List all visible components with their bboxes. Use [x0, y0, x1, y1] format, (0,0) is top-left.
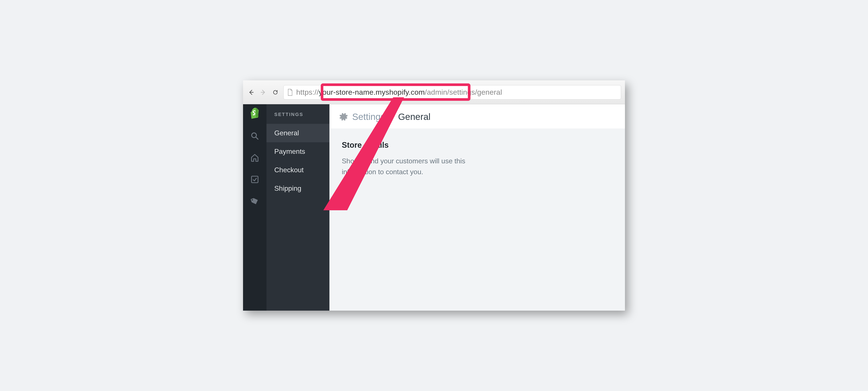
url-path: /admin/settings/general	[425, 88, 502, 96]
search-icon[interactable]	[250, 131, 260, 141]
page-header: Settings / General	[330, 104, 625, 129]
main-panel: Settings / General Store details Shopify…	[330, 104, 625, 311]
browser-toolbar: https://your-store-name.myshopify.com/ad…	[243, 80, 625, 104]
sidebar-item-shipping[interactable]: Shipping	[267, 179, 330, 198]
url-domain: your-store-name.myshopify.com	[319, 88, 425, 96]
section-description: Shopify and your customers will use this…	[342, 156, 480, 177]
breadcrumb-current: General	[398, 112, 430, 122]
sidebar-item-label: Shipping	[274, 185, 302, 192]
checkbox-icon[interactable]	[250, 174, 260, 185]
address-bar[interactable]: https://your-store-name.myshopify.com/ad…	[283, 85, 621, 100]
settings-menu: General Payments Checkout Shipping	[267, 124, 330, 198]
reload-button[interactable]	[271, 88, 279, 96]
content-body: Store details Shopify and your customers…	[330, 129, 625, 311]
shopify-logo-icon[interactable]	[250, 108, 260, 118]
breadcrumb-parent[interactable]: Settings	[352, 112, 385, 122]
page-icon	[287, 89, 293, 96]
sidebar-item-payments[interactable]: Payments	[267, 142, 330, 161]
svg-rect-4	[251, 176, 258, 183]
sidebar-item-general[interactable]: General	[267, 124, 330, 142]
section-title: Store details	[342, 141, 613, 150]
forward-button[interactable]	[259, 88, 267, 96]
sidebar-item-label: Checkout	[274, 166, 304, 174]
icon-rail	[243, 104, 267, 311]
screenshot-frame: https://your-store-name.myshopify.com/ad…	[243, 80, 625, 311]
settings-sidebar: SETTINGS General Payments Checkout Shipp…	[267, 104, 330, 311]
back-button[interactable]	[247, 88, 255, 96]
url-text: https://your-store-name.myshopify.com/ad…	[296, 88, 502, 96]
breadcrumb-separator: /	[389, 112, 394, 122]
home-icon[interactable]	[250, 152, 260, 163]
url-scheme: https://	[296, 88, 319, 96]
sidebar-item-label: General	[274, 129, 299, 137]
sidebar-heading: SETTINGS	[267, 112, 330, 124]
svg-line-3	[256, 137, 258, 139]
sidebar-item-label: Payments	[274, 147, 305, 155]
tag-icon[interactable]	[250, 196, 260, 206]
gear-icon	[339, 112, 348, 121]
sidebar-item-checkout[interactable]: Checkout	[267, 161, 330, 179]
app-frame: SETTINGS General Payments Checkout Shipp…	[243, 104, 625, 311]
